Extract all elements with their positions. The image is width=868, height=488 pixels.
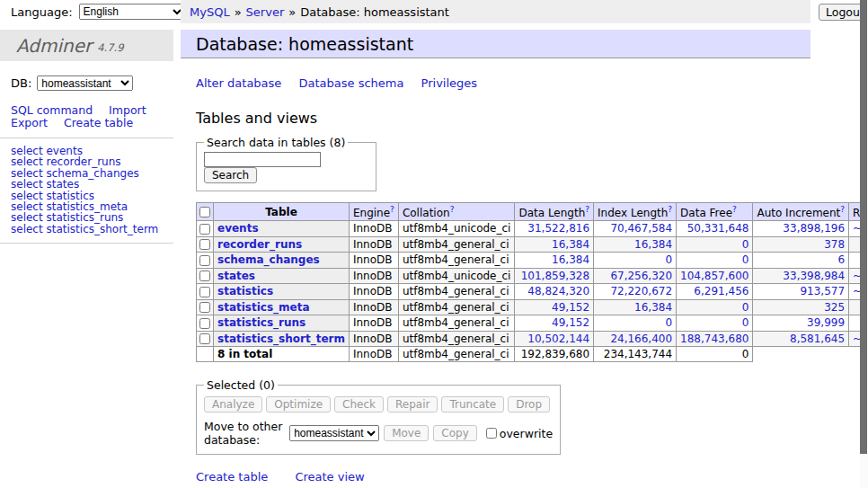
row-checkbox-statistics_meta[interactable] <box>199 302 210 313</box>
language-select[interactable]: English <box>79 4 185 20</box>
table-link-statistics_short_term[interactable]: statistics_short_term <box>217 333 345 345</box>
sidebar-link-export[interactable]: Export <box>11 116 48 129</box>
auto-increment-value-link[interactable]: 378 <box>824 238 845 251</box>
data-free-value-link[interactable]: 0 <box>742 301 749 314</box>
select-all-checkbox[interactable] <box>199 207 210 217</box>
table-link-statistics[interactable]: statistics <box>217 285 273 297</box>
row-checkbox-recorder_runs[interactable] <box>199 239 210 250</box>
row-checkbox-statistics_runs[interactable] <box>199 318 210 329</box>
help-link[interactable]: ? <box>450 205 455 214</box>
db-select[interactable]: homeassistant <box>37 75 133 91</box>
database-schema-link[interactable]: Database schema <box>299 76 404 90</box>
index-length-value-link[interactable]: 16,384 <box>634 238 672 251</box>
move-button[interactable]: Move <box>384 425 429 441</box>
breadcrumb-separator: » <box>235 5 242 19</box>
row-checkbox-statistics[interactable] <box>199 287 210 297</box>
app-version: 4.7.9 <box>97 41 123 54</box>
help-link[interactable]: ? <box>390 205 394 214</box>
index-length-value-link[interactable]: 70,467,584 <box>610 222 672 235</box>
data-free-value-link[interactable]: 0 <box>742 238 749 251</box>
auto-increment-value-link[interactable]: 6 <box>837 253 845 266</box>
sidebar-link-import[interactable]: Import <box>109 103 146 117</box>
row-checkbox-cell <box>197 284 214 300</box>
row-checkbox-events[interactable] <box>199 224 210 235</box>
data-free-value-link[interactable]: 50,331,648 <box>687 222 749 235</box>
auto-increment-value-link[interactable]: 325 <box>824 301 845 314</box>
app-name: Adminer <box>16 35 92 57</box>
data-free-value-link[interactable]: 6,291,456 <box>694 285 748 297</box>
row-checkbox-cell <box>197 315 214 332</box>
help-link[interactable]: ? <box>732 205 737 214</box>
copy-button[interactable]: Copy <box>433 425 476 441</box>
page-title: Database: homeassistant <box>196 34 413 54</box>
table-row-states: statesInnoDButf8mb4_unicode_ci101,859,32… <box>197 268 868 284</box>
sidebar-link-create-table[interactable]: Create table <box>64 116 133 129</box>
index-length-value-link[interactable]: 16,384 <box>634 301 672 314</box>
vertical-scrollbar-track[interactable] <box>860 0 868 488</box>
total-data-free: 0 <box>677 347 753 362</box>
data-length-value-link[interactable]: 10,502,144 <box>527 333 589 345</box>
index-length-value-link[interactable]: 24,166,400 <box>610 333 672 345</box>
help-link[interactable]: ? <box>840 205 845 214</box>
auto-increment-value-link[interactable]: 8,581,645 <box>790 333 845 345</box>
auto-increment-value-link[interactable]: 33,898,196 <box>783 222 845 235</box>
auto-increment-value-link[interactable]: 39,999 <box>807 316 845 329</box>
data-free-value-link[interactable]: 0 <box>742 316 749 329</box>
data-free-value-link[interactable]: 188,743,680 <box>680 333 748 345</box>
create-view-link[interactable]: Create view <box>295 470 364 484</box>
data-length-value-link[interactable]: 49,152 <box>552 316 589 329</box>
table-link-statistics_meta[interactable]: statistics_meta <box>217 301 310 314</box>
index-length-cell: 16,384 <box>594 299 677 315</box>
table-name-cell: recorder_runs <box>214 236 350 253</box>
row-checkbox-schema_changes[interactable] <box>199 255 210 266</box>
index-length-value-link[interactable]: 67,256,320 <box>610 270 672 282</box>
truncate-button[interactable]: Truncate <box>441 396 504 413</box>
move-db-select[interactable]: homeassistant <box>289 425 379 441</box>
table-row-events: eventsInnoDButf8mb4_unicode_ci31,522,816… <box>197 221 868 237</box>
repair-button[interactable]: Repair <box>387 396 438 413</box>
table-row-statistics_meta: statistics_metaInnoDButf8mb4_general_ci4… <box>197 299 868 315</box>
analyze-button[interactable]: Analyze <box>204 396 262 413</box>
privileges-link[interactable]: Privileges <box>421 76 478 90</box>
select-statistics_short_term-link[interactable]: select <box>11 223 43 235</box>
breadcrumb-link-mysql[interactable]: MySQL <box>190 5 230 19</box>
row-checkbox-statistics_short_term[interactable] <box>199 333 210 344</box>
column-label: Engine <box>353 207 390 219</box>
index-length-value-link[interactable]: 0 <box>665 316 672 329</box>
search-button[interactable]: Search <box>204 167 257 183</box>
check-button[interactable]: Check <box>334 396 384 413</box>
drop-button[interactable]: Drop <box>508 396 550 413</box>
create-table-link[interactable]: Create table <box>196 470 268 484</box>
index-length-value-link[interactable]: 72,220,672 <box>610 285 672 297</box>
data-free-value-link[interactable]: 104,857,600 <box>680 270 748 282</box>
auto-increment-value-link[interactable]: 33,398,984 <box>783 270 845 282</box>
vertical-scrollbar-thumb[interactable] <box>860 0 867 454</box>
sidebar-link-sql-command[interactable]: SQL command <box>11 103 93 117</box>
data-length-value-link[interactable]: 101,859,328 <box>521 270 589 282</box>
table-statistics_short_term-link[interactable]: statistics_short_term <box>46 223 158 235</box>
row-checkbox-cell <box>197 331 214 347</box>
optimize-button[interactable]: Optimize <box>266 396 331 413</box>
table-link-events[interactable]: events <box>217 222 259 235</box>
help-link[interactable]: ? <box>585 205 589 214</box>
help-link[interactable]: ? <box>668 205 672 214</box>
data-length-value-link[interactable]: 48,824,320 <box>527 285 589 297</box>
data-length-value-link[interactable]: 31,522,816 <box>527 222 589 235</box>
table-link-statistics_runs[interactable]: statistics_runs <box>217 316 306 329</box>
data-free-value-link[interactable]: 0 <box>742 253 749 266</box>
row-checkbox-states[interactable] <box>199 271 210 281</box>
table-link-states[interactable]: states <box>217 270 255 282</box>
data-length-value-link[interactable]: 16,384 <box>552 238 589 251</box>
auto-increment-value-link[interactable]: 913,577 <box>800 285 845 297</box>
data-length-value-link[interactable]: 16,384 <box>552 253 589 266</box>
breadcrumb-link-server[interactable]: Server <box>246 5 285 19</box>
search-input[interactable] <box>204 152 321 167</box>
collation-cell: utf8mb4_general_ci <box>398 315 515 332</box>
index-length-value-link[interactable]: 0 <box>665 253 672 266</box>
table-link-recorder_runs[interactable]: recorder_runs <box>217 238 302 251</box>
data-length-value-link[interactable]: 49,152 <box>552 301 589 314</box>
table-link-schema_changes[interactable]: schema_changes <box>217 253 320 266</box>
overwrite-checkbox[interactable] <box>486 428 497 439</box>
alter-database-link[interactable]: Alter database <box>196 76 281 90</box>
overwrite-label: overwrite <box>500 427 553 440</box>
